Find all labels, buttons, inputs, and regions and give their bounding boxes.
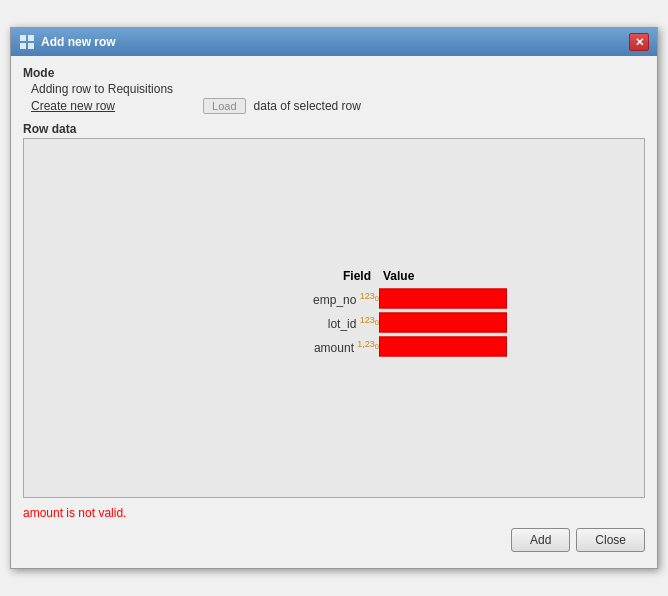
dialog-title: Add new row [41, 35, 116, 49]
amount-type: 1,230 [357, 339, 379, 349]
close-button[interactable]: Close [576, 528, 645, 552]
field-value-table: Field Value emp_no 1230 [259, 269, 509, 359]
load-button[interactable]: Load [203, 98, 245, 114]
table-row: amount 1,230 [259, 335, 509, 359]
lot-id-input[interactable] [379, 313, 507, 333]
field-lot-id: lot_id 1230 [259, 311, 379, 335]
adding-row-label: Adding row to Requisitions [31, 82, 645, 96]
row-data-label: Row data [23, 122, 645, 136]
mode-section: Mode Adding row to Requisitions Create n… [23, 66, 645, 114]
mode-row2: Create new row Load data of selected row [31, 98, 645, 114]
error-message: amount is not valid. [23, 506, 645, 520]
lot-id-value-cell [379, 311, 509, 335]
add-new-row-dialog: Add new row ✕ Mode Adding row to Requisi… [10, 27, 658, 569]
svg-rect-0 [20, 35, 26, 41]
field-emp-no: emp_no 1230 [259, 287, 379, 311]
emp-no-value-cell [379, 287, 509, 311]
lot-id-type: 1230 [360, 315, 379, 325]
emp-no-input[interactable] [379, 289, 507, 309]
dialog-icon [19, 34, 35, 50]
close-title-button[interactable]: ✕ [629, 33, 649, 51]
add-button[interactable]: Add [511, 528, 570, 552]
svg-rect-1 [28, 35, 34, 41]
title-bar-left: Add new row [19, 34, 116, 50]
row-data-section: Row data Field Value e [23, 122, 645, 498]
dialog-body: Mode Adding row to Requisitions Create n… [11, 56, 657, 568]
field-column-header: Field [259, 269, 379, 287]
title-bar: Add new row ✕ [11, 28, 657, 56]
svg-rect-3 [28, 43, 34, 49]
emp-no-type: 1230 [360, 291, 379, 301]
create-new-row-label[interactable]: Create new row [31, 99, 115, 113]
table-container: Field Value emp_no 1230 [259, 269, 509, 359]
table-row: emp_no 1230 [259, 287, 509, 311]
amount-input[interactable] [379, 337, 507, 357]
table-header-row: Field Value [259, 269, 509, 287]
mode-label: Mode [23, 66, 645, 80]
row-data-box: Field Value emp_no 1230 [23, 138, 645, 498]
value-column-header: Value [379, 269, 509, 287]
table-row: lot_id 1230 [259, 311, 509, 335]
field-amount: amount 1,230 [259, 335, 379, 359]
svg-rect-2 [20, 43, 26, 49]
data-of-selected-label: data of selected row [254, 99, 361, 113]
amount-value-cell [379, 335, 509, 359]
button-row: Add Close [23, 528, 645, 558]
